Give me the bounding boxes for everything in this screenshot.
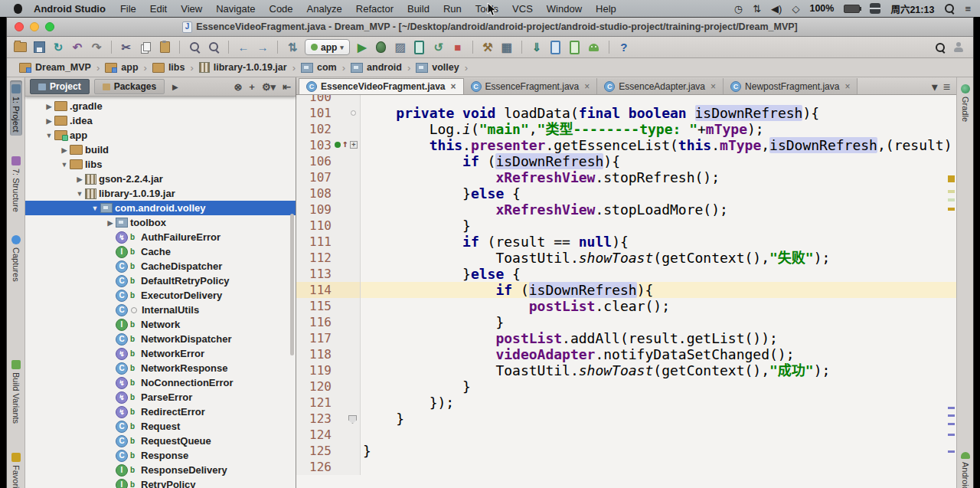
project-panel-tab-project[interactable]: Project: [30, 79, 90, 94]
run-dot-icon[interactable]: [335, 142, 341, 148]
code-line-106[interactable]: 106 if (isDownRefresh){: [296, 153, 956, 169]
error-stripe-mark[interactable]: [948, 198, 955, 201]
tool-button-7-structure[interactable]: 7: Structure: [10, 152, 22, 216]
tree-row-library-1-0-19-jar[interactable]: ▼library-1.0.19.jar: [25, 186, 296, 201]
error-stripe-mark[interactable]: [948, 175, 955, 182]
menu-item-build[interactable]: Build: [400, 3, 436, 15]
sdk-tools-icon[interactable]: ⚒: [481, 41, 495, 54]
tabs-dropdown-icon[interactable]: ▾: [932, 80, 938, 94]
menu-item-run[interactable]: Run: [436, 3, 469, 15]
title-bar[interactable]: EssenceVideoFragment.java - Dream_MVP - …: [7, 18, 973, 37]
menu-item-file[interactable]: File: [113, 3, 143, 15]
tree-row-defaultretrypolicy[interactable]: bDefaultRetryPolicy: [25, 273, 296, 288]
breadcrumb-item-libs[interactable]: libs: [151, 62, 187, 73]
tool-button-build-variants[interactable]: Build Variants: [10, 356, 22, 427]
tool-button-android[interactable]: Android: [959, 448, 972, 488]
help-icon[interactable]: ?: [617, 41, 631, 54]
run-icon[interactable]: ▶: [355, 41, 369, 54]
breadcrumb-item-android[interactable]: android: [349, 62, 403, 73]
locate-icon[interactable]: +: [249, 81, 255, 93]
spotlight-icon[interactable]: [944, 3, 955, 14]
code-line-110[interactable]: 110 }: [296, 218, 956, 234]
forward-icon[interactable]: →: [256, 41, 270, 54]
time-machine-icon[interactable]: ◷: [734, 3, 743, 15]
code-line-108[interactable]: 108 }else {: [296, 185, 956, 201]
tree-row-networkdispatcher[interactable]: bNetworkDispatcher: [25, 332, 296, 346]
chevron-collapsed-icon[interactable]: ▶: [44, 103, 54, 110]
tree-row-gradle[interactable]: ▶.gradle: [25, 99, 296, 113]
tree-row-idea[interactable]: ▶.idea: [25, 113, 296, 128]
editor-tab-essencevideofragment-java[interactable]: EssenceVideoFragment.java×: [299, 78, 464, 94]
debug-icon[interactable]: [374, 41, 388, 54]
code-line-126[interactable]: 126: [296, 459, 956, 475]
tree-row-response[interactable]: bResponse: [25, 448, 296, 463]
error-stripe-mark[interactable]: [948, 208, 955, 211]
hide-panel-icon[interactable]: ⇤: [283, 81, 291, 93]
attach-android-icon[interactable]: ⇓: [530, 41, 544, 54]
error-stripe-mark[interactable]: [948, 407, 955, 409]
code-line-115[interactable]: 115 postList.clear();: [296, 298, 956, 314]
find-icon[interactable]: [188, 41, 201, 54]
stop-icon[interactable]: ■: [451, 41, 465, 54]
tree-row-toolbox[interactable]: ▶toolbox: [25, 215, 296, 230]
tabs-list-icon[interactable]: ≡: [943, 80, 950, 94]
tree-row-cache[interactable]: bCache: [25, 244, 296, 259]
tree-row-internalutils[interactable]: InternalUtils: [25, 303, 296, 317]
chevron-collapsed-icon[interactable]: ▶: [44, 117, 54, 125]
android-icon[interactable]: [587, 41, 601, 54]
volume-icon[interactable]: ◀): [771, 3, 782, 15]
chevron-expanded-icon[interactable]: ▼: [59, 161, 70, 169]
tree-row-parseerror[interactable]: bParseError: [25, 390, 296, 404]
project-tree-scrollbar[interactable]: [290, 214, 294, 355]
chevron-expanded-icon[interactable]: ▼: [74, 190, 85, 198]
tree-row-authfailureerror[interactable]: bAuthFailureError: [25, 230, 296, 244]
coverage-icon[interactable]: ▨: [394, 41, 407, 54]
close-tab-icon[interactable]: ×: [584, 81, 590, 92]
tree-row-request[interactable]: bRequest: [25, 419, 296, 434]
code-line-100[interactable]: 100: [296, 95, 956, 105]
code-line-123[interactable]: 123 }: [296, 411, 956, 427]
tree-row-noconnectionerror[interactable]: bNoConnectionError: [25, 375, 296, 390]
breadcrumb-item-library-1-0-19-jar[interactable]: library-1.0.19.jar: [198, 62, 289, 73]
tree-row-build[interactable]: ▶build: [25, 142, 296, 157]
chevron-collapsed-icon[interactable]: ▶: [74, 175, 85, 183]
tree-row-networkresponse[interactable]: bNetworkResponse: [25, 361, 296, 375]
replace-icon[interactable]: [207, 41, 220, 54]
close-tab-icon[interactable]: ×: [451, 81, 456, 92]
menu-item-view[interactable]: View: [174, 3, 209, 15]
error-stripe-mark[interactable]: [948, 434, 955, 436]
tree-row-libs[interactable]: ▼libs: [25, 157, 296, 172]
chevron-expanded-icon[interactable]: ▼: [44, 132, 54, 139]
menu-item-edit[interactable]: Edit: [143, 3, 174, 15]
fold-end-icon[interactable]: [348, 415, 357, 424]
code-line-125[interactable]: 125}: [296, 443, 956, 459]
menu-item-code[interactable]: Code: [263, 3, 300, 15]
code-line-124[interactable]: 124: [296, 427, 956, 443]
tree-row-gson-2-2-4-jar[interactable]: ▶gson-2.2.4.jar: [25, 172, 296, 186]
override-up-icon[interactable]: ↑: [342, 138, 348, 149]
tree-row-com-android-volley[interactable]: ▼com.android.volley: [25, 201, 296, 215]
code-line-121[interactable]: 121 });: [296, 395, 956, 411]
undo-icon[interactable]: ↶: [70, 41, 84, 54]
cut-icon[interactable]: ✂: [119, 41, 133, 54]
project-panel-tab-packages[interactable]: Packages: [94, 79, 165, 94]
airplay-icon[interactable]: ◇: [792, 3, 799, 15]
code-line-116[interactable]: 116 }: [296, 314, 956, 330]
tree-row-networkerror[interactable]: bNetworkError: [25, 346, 296, 361]
apple-icon[interactable]: [14, 4, 22, 14]
code-line-103[interactable]: 103↑+ this.presenter.getEssenceList(this…: [296, 137, 956, 153]
paste-icon[interactable]: [158, 41, 172, 54]
attach-debugger-icon[interactable]: [413, 41, 426, 54]
editor-tab-newpostfragment-java[interactable]: NewpostFragment.java×: [724, 78, 858, 94]
fold-plus-icon[interactable]: +: [350, 141, 358, 149]
error-stripe-mark[interactable]: [948, 414, 955, 417]
breadcrumb-item-volley[interactable]: volley: [414, 62, 460, 73]
tabs-more-icon[interactable]: ▶: [169, 83, 181, 91]
editor-tab-essencefragment-java[interactable]: EssenceFragment.java×: [464, 78, 598, 94]
sync-icon[interactable]: ↻: [51, 41, 65, 54]
menu-item-refactor[interactable]: Refactor: [349, 3, 400, 15]
open-icon[interactable]: [13, 41, 27, 54]
error-stripe-mark[interactable]: [948, 450, 955, 453]
tool-button-captures[interactable]: Captures: [10, 231, 22, 286]
fold-dot-icon[interactable]: [351, 110, 356, 116]
